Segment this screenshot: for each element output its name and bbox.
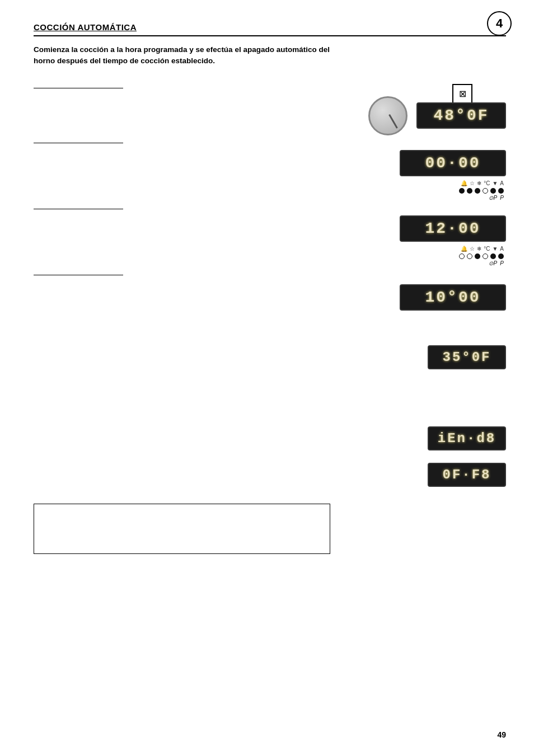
temp-display-2-container: 35°0F <box>338 345 506 369</box>
off-display: 0F·F8 <box>428 463 506 487</box>
left-column <box>34 84 327 487</box>
note-box <box>34 504 330 554</box>
step-underline-3 <box>34 143 123 143</box>
dot-2-3 <box>475 253 480 259</box>
section-title: COCCIÓN AUTOMÁTICA <box>34 22 506 32</box>
dot-1-1 <box>459 188 465 194</box>
duration-display: 10°00 <box>400 284 506 311</box>
a-icon-1: A <box>500 180 504 186</box>
dot-1-3 <box>475 188 480 194</box>
bell-icon-2: 🔔 <box>461 246 467 252</box>
dot-1-2 <box>467 188 472 194</box>
dot-1-5 <box>490 188 496 194</box>
end-display-container: iEn·d8 <box>338 426 506 450</box>
clock-display-group-1: 00·00 🔔 ☆ ❄ °C ▼ A <box>338 150 506 201</box>
duration-display-container: 10°00 <box>338 284 506 311</box>
clock-display-group-2: 12·00 🔔 ☆ ❄ °C ▼ A <box>338 215 506 266</box>
star-icon-2: ☆ <box>470 246 475 252</box>
a-icon-2: A <box>500 246 504 252</box>
clock-text-1: 00·00 <box>425 154 480 172</box>
celsius-icon-2: °C <box>484 246 490 252</box>
step-block-3 <box>34 139 316 149</box>
duration-text: 10°00 <box>425 289 480 306</box>
clock-text-2: 12·00 <box>425 220 480 237</box>
dot-2-5 <box>490 253 496 259</box>
intro-text: Comienza la cocción a la hora programada… <box>34 44 330 67</box>
step-underline-6 <box>34 275 123 275</box>
step-block-6 <box>34 271 316 281</box>
indicator-row-2: 🔔 ☆ ❄ °C ▼ A <box>461 246 506 252</box>
bell-icon-1: 🔔 <box>461 180 467 186</box>
dot-1-4 <box>483 188 488 194</box>
step-block-4 <box>34 205 316 215</box>
page-num-bottom: 49 <box>497 730 506 739</box>
celsius-icon-1: °C <box>484 180 490 186</box>
step-block-1 <box>34 84 316 94</box>
page-number: 4 <box>496 16 503 31</box>
content-layout: ⊠ 48°0F <box>34 84 506 487</box>
step-underline-4 <box>34 209 123 209</box>
clock-display-2: 12·00 <box>400 215 506 242</box>
temp-display-2: 35°0F <box>428 345 506 369</box>
snowflake-icon-2: ❄ <box>477 246 481 252</box>
right-column: ⊠ 48°0F <box>338 84 506 487</box>
dial-container[interactable] <box>368 96 407 135</box>
off-display-container: 0F·F8 <box>338 463 506 487</box>
down-icon-1: ▼ <box>492 180 498 186</box>
down-icon-2: ▼ <box>492 246 498 252</box>
star-icon-1: ☆ <box>470 180 475 186</box>
temp-display-text-2: 35°0F <box>442 350 491 365</box>
dots-row-2 <box>459 253 506 259</box>
op-label-1: ⊙P P <box>489 195 506 201</box>
op-label-2: ⊙P P <box>489 260 506 266</box>
title-divider <box>34 35 506 36</box>
dot-1-6 <box>498 188 504 194</box>
dot-2-2 <box>467 253 472 259</box>
dot-2-6 <box>498 253 504 259</box>
page-container: 4 COCCIÓN AUTOMÁTICA Comienza la cocción… <box>0 0 534 756</box>
off-display-text: 0F·F8 <box>442 467 491 482</box>
dot-2-4 <box>483 253 488 259</box>
dots-row-1 <box>459 188 506 194</box>
indicator-row-1: 🔔 ☆ ❄ °C ▼ A <box>461 180 506 186</box>
dial[interactable] <box>368 96 407 135</box>
page-number-circle: 4 <box>487 11 512 36</box>
snowflake-icon-1: ❄ <box>477 180 481 186</box>
dot-2-1 <box>459 253 465 259</box>
step-underline-1 <box>34 88 123 88</box>
end-display: iEn·d8 <box>428 426 506 450</box>
temp-display-text-1: 48°0F <box>433 107 489 124</box>
end-display-text: iEn·d8 <box>438 431 496 446</box>
temp-display-1: 48°0F <box>416 102 506 129</box>
clock-display-1: 00·00 <box>400 150 506 176</box>
